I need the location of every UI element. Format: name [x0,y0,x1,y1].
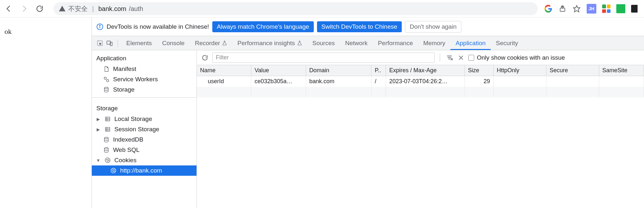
tab-memory[interactable]: Memory [418,36,451,50]
reload-button[interactable] [35,5,44,13]
cell-httponly [494,76,546,87]
sidebar-label-indexeddb: IndexedDB [113,136,143,143]
banner-message: DevTools is now available in Chinese! [107,23,209,30]
forward-button[interactable] [20,5,28,13]
tab-performance[interactable]: Performance [373,36,418,50]
storage-icon [103,86,110,93]
sidebar-item-storage[interactable]: Storage [92,84,197,95]
sidebar-item-session-storage[interactable]: ▶ Session Storage [92,124,197,134]
device-mode-icon[interactable] [105,40,114,46]
svg-point-26 [111,168,116,173]
svg-marker-1 [573,5,580,12]
tab-console[interactable]: Console [157,36,190,50]
inspect-icon[interactable] [95,40,105,46]
th-expires[interactable]: Expires / Max-Age [386,65,465,76]
svg-point-10 [104,87,108,89]
address-separator: | [92,5,94,13]
insecure-icon [59,5,66,12]
database-icon [103,147,110,153]
sidebar-item-cookies[interactable]: ▼ Cookies [92,155,197,165]
tab-application[interactable]: Application [450,36,491,50]
th-path[interactable]: P.. [371,65,386,76]
svg-point-27 [112,170,113,171]
sidebar-item-indexeddb[interactable]: IndexedDB [92,134,197,145]
svg-point-8 [104,77,106,79]
tab-recorder[interactable]: Recorder [190,36,232,50]
table-row[interactable] [197,87,644,97]
page-content: ok [0,18,91,208]
svg-point-20 [104,148,108,149]
browser-toolbar: 不安全 | bank.com/auth JH [0,0,644,18]
banner-match-language-button[interactable]: Always match Chrome's language [212,21,314,32]
table-row[interactable]: userId ce032b305a… bank.com / 2023-07-03… [197,76,644,87]
service-workers-icon [103,76,110,83]
sidebar-heading-storage: Storage [92,100,197,114]
sidebar-item-service-workers[interactable]: Service Workers [92,74,197,84]
svg-point-19 [104,137,108,139]
google-icon[interactable] [544,5,553,13]
tab-recorder-label: Recorder [195,40,220,47]
svg-point-30 [114,171,115,172]
toolbar-divider [440,54,440,62]
expand-icon[interactable]: ▶ [96,127,100,132]
sidebar-label-cookies-origin: http://bank.com [120,167,162,174]
refresh-icon[interactable] [201,54,209,61]
svg-point-25 [109,161,109,161]
extension-green-icon[interactable] [616,4,625,13]
extension-swatch-icon[interactable] [602,5,610,13]
back-button[interactable] [5,5,13,13]
th-samesite[interactable]: SameSite [599,65,644,76]
cell-size: 29 [465,76,493,87]
cell-domain: bank.com [306,76,371,87]
extensions-icon[interactable] [631,5,638,13]
sidebar-item-manifest[interactable]: Manifest [92,64,197,74]
insecure-label: 不安全 [68,5,88,13]
only-issues-label: Only show cookies with an issue [477,54,565,61]
th-httponly[interactable]: HttpOnly [494,65,546,76]
flask-icon [222,41,227,46]
th-name[interactable]: Name [197,65,251,76]
sidebar-label-storage: Storage [113,86,135,93]
language-banner: DevTools is now available in Chinese! Al… [92,18,644,36]
sidebar-label-cookies: Cookies [114,157,137,164]
only-issues-toggle[interactable]: Only show cookies with an issue [468,54,565,61]
tab-security[interactable]: Security [491,36,523,50]
profile-badge[interactable]: JH [587,4,596,14]
cell-expires: 2023-07-03T04:26:2… [386,76,465,87]
th-secure[interactable]: Secure [546,65,599,76]
sidebar-item-local-storage[interactable]: ▶ Local Storage [92,114,197,124]
url-path: /auth [129,5,143,13]
tab-sources[interactable]: Sources [307,36,340,50]
table-header-row: Name Value Domain P.. Expires / Max-Age … [197,65,644,76]
sidebar-label-websql: Web SQL [113,146,139,154]
svg-point-24 [107,161,108,162]
cell-path: / [371,76,386,87]
url-host: bank.com [98,5,126,13]
sidebar-item-cookies-origin[interactable]: http://bank.com [92,165,197,176]
tab-network[interactable]: Network [340,36,373,50]
sidebar-item-websql[interactable]: Web SQL [92,145,197,155]
share-icon[interactable] [558,5,567,13]
expand-icon[interactable]: ▶ [96,117,100,122]
delete-icon[interactable] [457,54,465,61]
clear-filter-icon[interactable] [445,54,454,61]
th-domain[interactable]: Domain [306,65,371,76]
cookie-icon [110,167,117,174]
cell-secure [546,76,599,87]
th-value[interactable]: Value [251,65,306,76]
banner-dismiss-button[interactable]: Don't show again [405,21,461,33]
svg-point-9 [107,80,109,82]
svg-point-28 [114,170,114,170]
svg-rect-15 [105,127,110,131]
bookmark-star-icon[interactable] [572,5,581,13]
tab-elements[interactable]: Elements [121,36,157,50]
address-bar[interactable]: 不安全 | bank.com/auth [53,2,538,15]
only-issues-checkbox[interactable] [468,55,474,61]
filter-input[interactable] [212,53,435,63]
th-size[interactable]: Size [465,65,493,76]
banner-switch-chinese-button[interactable]: Switch DevTools to Chinese [317,21,402,32]
collapse-icon[interactable]: ▼ [96,158,100,163]
sidebar-label-session-storage: Session Storage [114,126,159,133]
svg-point-4 [100,25,100,25]
tab-performance-insights[interactable]: Performance insights [232,36,307,50]
